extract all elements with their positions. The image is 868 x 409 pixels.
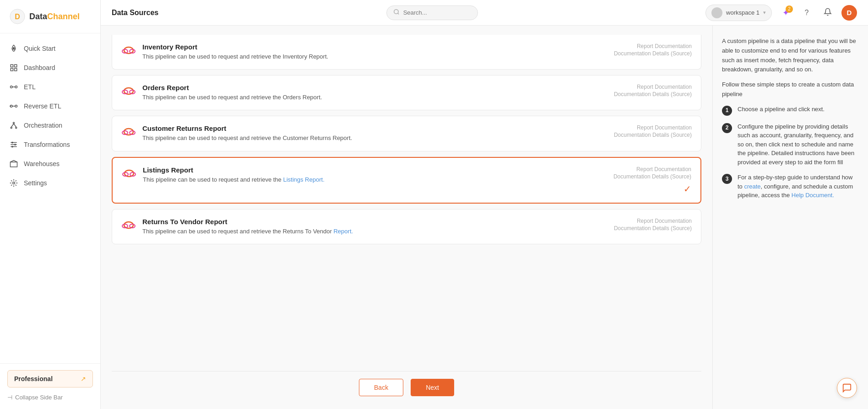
pipeline-source-logo <box>121 219 136 233</box>
sidebar-item-warehouses[interactable]: Warehouses <box>0 154 100 173</box>
pipeline-section: Inventory Report This pipeline can be us… <box>101 26 712 409</box>
pipeline-card-header: Customer Returns Report This pipeline ca… <box>121 124 692 142</box>
pipeline-card-header: Inventory Report This pipeline can be us… <box>121 43 692 61</box>
sidebar-item-label: ETL <box>24 83 36 91</box>
info-description: A custom pipeline is a data pipeline tha… <box>722 37 859 75</box>
sidebar-logo-text: DataChannel <box>29 12 80 22</box>
pipeline-source-logo <box>122 167 136 182</box>
ai-feature-button[interactable]: ✦ 2 <box>778 5 793 20</box>
sidebar-item-reverse-etl[interactable]: Reverse ETL <box>0 97 100 116</box>
report-documentation-link[interactable]: Report Documentation <box>636 166 691 172</box>
svg-point-28 <box>124 88 133 94</box>
documentation-details-link[interactable]: Documentation Details (Source) <box>613 173 691 180</box>
svg-point-19 <box>15 144 16 145</box>
svg-point-25 <box>124 47 133 54</box>
bell-icon <box>824 8 832 18</box>
svg-line-17 <box>14 124 16 127</box>
pipeline-card-left: Customer Returns Report This pipeline ca… <box>121 124 352 142</box>
dashboard-icon <box>9 63 18 72</box>
professional-badge[interactable]: Professional ↗ <box>7 370 93 387</box>
sidebar-item-label: Dashboard <box>24 64 55 71</box>
svg-rect-21 <box>11 162 17 167</box>
info-step-1: 1 Choose a pipeline and click next. <box>722 105 859 116</box>
pipeline-links: Report Documentation Documentation Detai… <box>614 124 692 138</box>
pipeline-card-info: Returns To Vendor Report This pipeline c… <box>142 218 353 236</box>
svg-point-2 <box>13 48 15 49</box>
help-document-link[interactable]: Help Document. <box>792 192 834 199</box>
svg-point-14 <box>11 127 12 129</box>
pipeline-card-header: Listings Report This pipeline can be use… <box>122 166 691 194</box>
report-documentation-link[interactable]: Report Documentation <box>637 43 692 49</box>
bottom-actions: Back Next <box>112 371 701 400</box>
pipeline-card-listings-report[interactable]: Listings Report This pipeline can be use… <box>112 157 701 204</box>
report-documentation-link[interactable]: Report Documentation <box>637 218 692 224</box>
svg-point-18 <box>12 142 13 143</box>
notifications-button[interactable] <box>820 5 835 20</box>
chat-support-button[interactable] <box>837 378 857 398</box>
svg-point-11 <box>15 105 17 108</box>
pipeline-card-customer-returns-report[interactable]: Customer Returns Report This pipeline ca… <box>112 116 701 151</box>
orchestration-icon <box>9 121 18 130</box>
datachannel-logo-icon: D <box>9 8 26 25</box>
user-workspace-pill[interactable]: workspace 1 ▾ <box>705 5 772 21</box>
documentation-details-link[interactable]: Documentation Details (Source) <box>614 50 692 57</box>
step-text-2: Configure the pipeline by providing deta… <box>738 122 859 167</box>
sidebar-item-settings[interactable]: Settings <box>0 173 100 193</box>
info-step-2: 2 Configure the pipeline by providing de… <box>722 122 859 167</box>
report-documentation-link[interactable]: Report Documentation <box>637 84 692 90</box>
header-right: workspace 1 ▾ ✦ 2 ? D <box>705 5 857 21</box>
help-button[interactable]: ? <box>799 5 814 20</box>
settings-icon <box>9 178 18 188</box>
search-input[interactable] <box>403 9 467 16</box>
pipeline-card-returns-to-vendor-report[interactable]: Returns To Vendor Report This pipeline c… <box>112 209 701 244</box>
sidebar-item-label: Reverse ETL <box>24 102 61 110</box>
svg-line-16 <box>11 124 14 127</box>
documentation-details-link[interactable]: Documentation Details (Source) <box>614 225 692 231</box>
svg-point-23 <box>394 9 398 13</box>
pipeline-links: Report Documentation Documentation Detai… <box>614 218 692 231</box>
pipeline-card-header: Orders Report This pipeline can be used … <box>121 84 692 102</box>
info-panel: A custom pipeline is a data pipeline tha… <box>712 26 868 409</box>
content-area: Inventory Report This pipeline can be us… <box>101 26 868 409</box>
user-avatar[interactable]: D <box>841 5 857 21</box>
transformations-icon <box>9 140 18 149</box>
documentation-details-link[interactable]: Documentation Details (Source) <box>614 132 692 138</box>
pipeline-card-left: Orders Report This pipeline can be used … <box>121 84 322 102</box>
search-bar[interactable] <box>386 5 478 20</box>
pipeline-desc: This pipeline can be used to request and… <box>142 227 353 236</box>
pipeline-card-inventory-report[interactable]: Inventory Report This pipeline can be us… <box>112 35 701 70</box>
pipeline-name: Orders Report <box>142 84 322 91</box>
sidebar-logo: D DataChannel <box>0 0 100 33</box>
sidebar-item-etl[interactable]: ETL <box>0 77 100 97</box>
pipeline-card-orders-report[interactable]: Orders Report This pipeline can be used … <box>112 75 701 110</box>
pipeline-card-info: Orders Report This pipeline can be used … <box>142 84 322 102</box>
pipeline-links: Report Documentation Documentation Detai… <box>614 43 692 57</box>
search-icon <box>393 9 400 17</box>
warehouses-icon <box>9 159 18 168</box>
pipeline-card-left: Listings Report This pipeline can be use… <box>122 166 325 184</box>
back-button[interactable]: Back <box>359 379 403 396</box>
etl-icon <box>9 82 18 91</box>
svg-point-7 <box>11 86 13 88</box>
chevron-down-icon: ▾ <box>763 10 766 16</box>
next-button[interactable]: Next <box>411 379 454 396</box>
report-documentation-link[interactable]: Report Documentation <box>637 124 692 131</box>
sidebar-item-quick-start[interactable]: Quick Start <box>0 39 100 58</box>
sidebar-item-orchestration[interactable]: Orchestration <box>0 116 100 135</box>
svg-line-24 <box>397 13 399 14</box>
svg-point-22 <box>13 182 15 184</box>
pipeline-list: Inventory Report This pipeline can be us… <box>112 35 701 244</box>
create-pipeline-link[interactable]: create <box>744 183 760 190</box>
sidebar-item-transformations[interactable]: Transformations <box>0 135 100 154</box>
documentation-details-link[interactable]: Documentation Details (Source) <box>614 91 692 97</box>
pipeline-card-left: Inventory Report This pipeline can be us… <box>121 43 328 61</box>
sidebar-item-dashboard[interactable]: Dashboard <box>0 58 100 77</box>
main-content: Data Sources workspace 1 ▾ ✦ 2 ? <box>101 0 868 409</box>
professional-label: Professional <box>14 375 53 382</box>
pipeline-name: Customer Returns Report <box>142 124 352 132</box>
pipeline-card-info: Customer Returns Report This pipeline ca… <box>142 124 352 142</box>
pipeline-card-left: Returns To Vendor Report This pipeline c… <box>121 218 353 236</box>
help-icon: ? <box>805 9 809 17</box>
collapse-sidebar-button[interactable]: ⊣ Collapse Side Bar <box>7 392 93 403</box>
sidebar-item-label: Warehouses <box>24 160 60 167</box>
